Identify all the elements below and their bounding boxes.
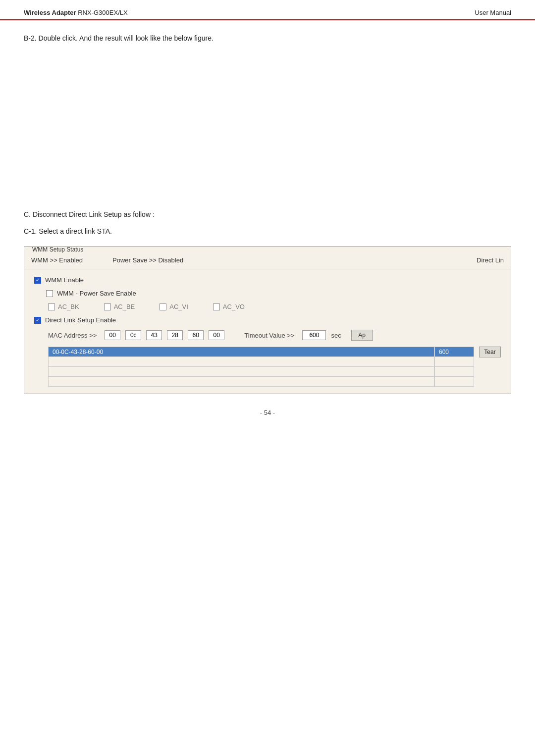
wmm-enable-label: WMM Enable	[45, 276, 84, 284]
timeout-cell-1: 600	[435, 347, 474, 357]
page-header: Wireless Adapter RNX-G300EX/LX User Manu…	[0, 0, 535, 20]
table-row[interactable]	[435, 367, 474, 377]
wmm-status-direct-link: Direct Lin	[477, 256, 504, 264]
page-footer: - 54 -	[24, 394, 511, 426]
mac-field-4[interactable]	[188, 330, 204, 340]
power-save-checkbox-label[interactable]: WMM - Power Save Enable	[46, 290, 136, 297]
timeout-cell-4	[435, 377, 474, 387]
mac-cell-4	[49, 377, 434, 387]
header-left: Wireless Adapter RNX-G300EX/LX	[24, 9, 128, 16]
power-save-row: WMM - Power Save Enable	[46, 290, 501, 297]
main-content: B-2. Double click. And the result will l…	[0, 20, 535, 450]
mac-field-3[interactable]	[167, 330, 183, 340]
ac-options-row: AC_BK AC_BE AC_VI AC_VO	[48, 303, 501, 310]
ac-vi-option: AC_VI	[160, 303, 188, 310]
data-table-wrapper: 00-0C-43-28-60-00	[48, 347, 474, 387]
wmm-status-bar: WMM >> Enabled Power Save >> Disabled Di…	[24, 252, 511, 269]
power-save-label: WMM - Power Save Enable	[57, 290, 136, 297]
ac-bk-checkbox[interactable]	[48, 303, 55, 310]
ac-be-label: AC_BE	[114, 303, 135, 310]
ac-bk-label: AC_BK	[58, 303, 79, 310]
mac-field-5[interactable]	[209, 330, 224, 340]
step-c-text: C. Disconnect Direct Link Setup as follo…	[24, 210, 511, 218]
mac-timeout-row: MAC Address >> Timeout Value >> sec Ap	[48, 330, 501, 341]
mac-field-2[interactable]	[146, 330, 162, 340]
ac-be-option: AC_BE	[104, 303, 135, 310]
timeout-sec: sec	[331, 332, 341, 339]
mac-field-0[interactable]	[105, 330, 120, 340]
power-save-checkbox[interactable]	[46, 290, 53, 297]
timeout-table: 600	[434, 347, 474, 387]
header-right: User Manual	[475, 9, 511, 16]
page-wrapper: Wireless Adapter RNX-G300EX/LX User Manu…	[0, 0, 535, 756]
timeout-input[interactable]	[302, 330, 326, 340]
tear-button[interactable]: Tear	[479, 347, 501, 357]
timeout-label: Timeout Value >>	[244, 332, 294, 339]
step-b2-text: B-2. Double click. And the result will l…	[24, 34, 511, 42]
wmm-enable-checkbox-label[interactable]: WMM Enable	[34, 276, 84, 284]
model-name: RNX-G300EX/LX	[78, 9, 127, 16]
direct-link-checkbox[interactable]	[34, 317, 41, 324]
ac-bk-option: AC_BK	[48, 303, 79, 310]
page-number: - 54 -	[260, 409, 275, 416]
side-buttons: Tear	[479, 347, 501, 357]
ac-vi-label: AC_VI	[169, 303, 188, 310]
ac-be-checkbox[interactable]	[104, 303, 111, 310]
step-c1-text: C-1. Select a direct link STA.	[24, 227, 511, 235]
brand-name: Wireless Adapter	[24, 9, 76, 16]
mac-col: 00-0C-43-28-60-00	[48, 347, 434, 387]
wmm-panel-title: WMM Setup Status	[30, 246, 85, 253]
wmm-body: WMM Enable WMM - Power Save Enable AC_BK	[24, 269, 511, 394]
table-row[interactable]	[49, 377, 434, 387]
wmm-enable-row: WMM Enable	[34, 276, 501, 284]
table-row[interactable]	[435, 377, 474, 387]
apply-button[interactable]: Ap	[351, 330, 373, 341]
direct-link-label: Direct Link Setup Enable	[45, 316, 116, 324]
timeout-col: 600	[434, 347, 474, 387]
timeout-cell-3	[435, 367, 474, 377]
mac-cell-2	[49, 357, 434, 367]
direct-link-row: Direct Link Setup Enable	[34, 316, 501, 324]
table-area: 00-0C-43-28-60-00	[48, 347, 501, 387]
mac-field-1[interactable]	[125, 330, 141, 340]
ac-vi-checkbox[interactable]	[160, 303, 166, 310]
timeout-cell-2	[435, 357, 474, 367]
table-row[interactable]	[435, 357, 474, 367]
table-row[interactable]: 600	[435, 347, 474, 357]
table-row[interactable]	[49, 367, 434, 377]
mac-table: 00-0C-43-28-60-00	[48, 347, 434, 387]
wmm-setup-panel: WMM Setup Status WMM >> Enabled Power Sa…	[24, 246, 511, 394]
ac-vo-option: AC_VO	[213, 303, 245, 310]
mac-cell-3	[49, 367, 434, 377]
ac-vo-label: AC_VO	[223, 303, 245, 310]
table-row[interactable]	[49, 357, 434, 367]
direct-link-checkbox-label[interactable]: Direct Link Setup Enable	[34, 316, 116, 324]
mac-cell-1: 00-0C-43-28-60-00	[49, 347, 434, 357]
ac-vo-checkbox[interactable]	[213, 303, 220, 310]
wmm-enable-checkbox[interactable]	[34, 277, 41, 284]
table-row[interactable]: 00-0C-43-28-60-00	[49, 347, 434, 357]
wmm-status-enabled: WMM >> Enabled	[31, 256, 83, 264]
wmm-status-power-save: Power Save >> Disabled	[112, 256, 183, 264]
mac-address-label: MAC Address >>	[48, 332, 97, 339]
two-col-table: 00-0C-43-28-60-00	[48, 347, 474, 387]
